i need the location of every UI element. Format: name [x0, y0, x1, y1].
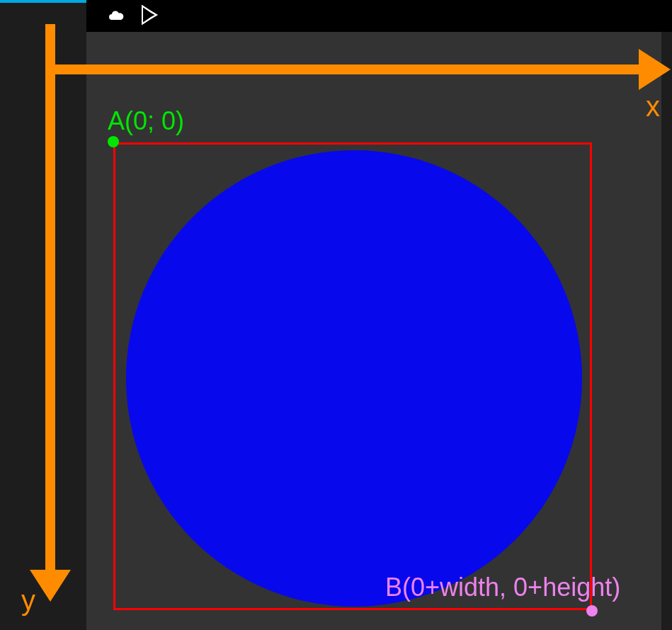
y-axis-line [45, 24, 55, 584]
cloud-icon [105, 7, 127, 24]
x-axis-line [45, 64, 653, 74]
top-accent-bar [0, 0, 86, 3]
point-b-marker [586, 605, 598, 617]
point-a-marker [108, 136, 119, 147]
y-axis-label: y [21, 585, 35, 617]
y-axis-arrowhead-icon [30, 570, 71, 602]
bounding-rect [113, 142, 592, 610]
titlebar [86, 0, 672, 32]
point-b-label: B(0+width, 0+height) [385, 573, 620, 602]
play-store-icon [139, 4, 160, 26]
x-axis-label: x [646, 91, 660, 123]
point-a-label: A(0; 0) [108, 106, 184, 136]
x-axis-arrowhead-icon [639, 49, 671, 90]
diagram-root: x y A(0; 0) B(0+width, 0+height) [0, 0, 672, 630]
